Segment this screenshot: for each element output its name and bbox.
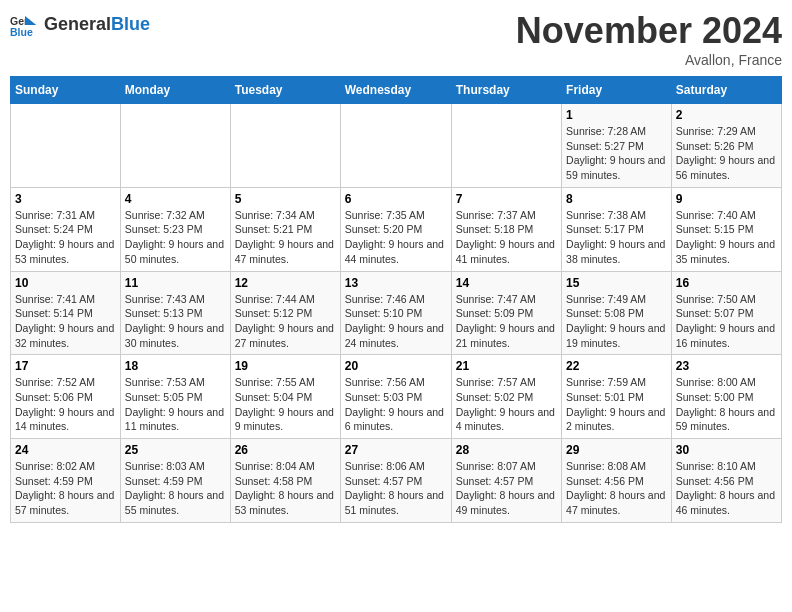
day-number: 28 [456, 443, 557, 457]
calendar-cell: 3Sunrise: 7:31 AMSunset: 5:24 PMDaylight… [11, 187, 121, 271]
day-number: 30 [676, 443, 777, 457]
calendar-cell: 14Sunrise: 7:47 AMSunset: 5:09 PMDayligh… [451, 271, 561, 355]
day-number: 18 [125, 359, 226, 373]
month-title: November 2024 [516, 10, 782, 52]
day-number: 23 [676, 359, 777, 373]
weekday-header: Friday [562, 77, 672, 104]
weekday-header: Tuesday [230, 77, 340, 104]
day-info: Sunrise: 7:29 AMSunset: 5:26 PMDaylight:… [676, 124, 777, 183]
weekday-header: Wednesday [340, 77, 451, 104]
location: Avallon, France [516, 52, 782, 68]
calendar-cell: 28Sunrise: 8:07 AMSunset: 4:57 PMDayligh… [451, 439, 561, 523]
day-number: 29 [566, 443, 667, 457]
day-number: 1 [566, 108, 667, 122]
weekday-header: Monday [120, 77, 230, 104]
day-info: Sunrise: 8:03 AMSunset: 4:59 PMDaylight:… [125, 459, 226, 518]
day-info: Sunrise: 7:44 AMSunset: 5:12 PMDaylight:… [235, 292, 336, 351]
day-info: Sunrise: 7:41 AMSunset: 5:14 PMDaylight:… [15, 292, 116, 351]
calendar-cell: 6Sunrise: 7:35 AMSunset: 5:20 PMDaylight… [340, 187, 451, 271]
day-info: Sunrise: 7:52 AMSunset: 5:06 PMDaylight:… [15, 375, 116, 434]
day-info: Sunrise: 7:32 AMSunset: 5:23 PMDaylight:… [125, 208, 226, 267]
calendar-cell: 2Sunrise: 7:29 AMSunset: 5:26 PMDaylight… [671, 104, 781, 188]
day-info: Sunrise: 7:55 AMSunset: 5:04 PMDaylight:… [235, 375, 336, 434]
day-info: Sunrise: 7:50 AMSunset: 5:07 PMDaylight:… [676, 292, 777, 351]
day-info: Sunrise: 7:56 AMSunset: 5:03 PMDaylight:… [345, 375, 447, 434]
calendar-cell: 11Sunrise: 7:43 AMSunset: 5:13 PMDayligh… [120, 271, 230, 355]
day-info: Sunrise: 7:47 AMSunset: 5:09 PMDaylight:… [456, 292, 557, 351]
day-info: Sunrise: 7:59 AMSunset: 5:01 PMDaylight:… [566, 375, 667, 434]
day-number: 25 [125, 443, 226, 457]
calendar-cell: 29Sunrise: 8:08 AMSunset: 4:56 PMDayligh… [562, 439, 672, 523]
day-number: 15 [566, 276, 667, 290]
day-number: 12 [235, 276, 336, 290]
calendar-cell: 24Sunrise: 8:02 AMSunset: 4:59 PMDayligh… [11, 439, 121, 523]
day-number: 22 [566, 359, 667, 373]
logo-text: GeneralBlue [44, 15, 150, 35]
day-info: Sunrise: 7:57 AMSunset: 5:02 PMDaylight:… [456, 375, 557, 434]
day-number: 8 [566, 192, 667, 206]
calendar-cell: 27Sunrise: 8:06 AMSunset: 4:57 PMDayligh… [340, 439, 451, 523]
day-number: 17 [15, 359, 116, 373]
svg-text:Blue: Blue [10, 26, 33, 38]
day-number: 6 [345, 192, 447, 206]
calendar-week-row: 3Sunrise: 7:31 AMSunset: 5:24 PMDaylight… [11, 187, 782, 271]
calendar-cell: 15Sunrise: 7:49 AMSunset: 5:08 PMDayligh… [562, 271, 672, 355]
day-info: Sunrise: 8:10 AMSunset: 4:56 PMDaylight:… [676, 459, 777, 518]
calendar-table: SundayMondayTuesdayWednesdayThursdayFrid… [10, 76, 782, 523]
calendar-cell: 1Sunrise: 7:28 AMSunset: 5:27 PMDaylight… [562, 104, 672, 188]
day-info: Sunrise: 7:38 AMSunset: 5:17 PMDaylight:… [566, 208, 667, 267]
day-info: Sunrise: 7:28 AMSunset: 5:27 PMDaylight:… [566, 124, 667, 183]
calendar-cell: 8Sunrise: 7:38 AMSunset: 5:17 PMDaylight… [562, 187, 672, 271]
day-number: 26 [235, 443, 336, 457]
calendar-cell: 5Sunrise: 7:34 AMSunset: 5:21 PMDaylight… [230, 187, 340, 271]
calendar-cell: 7Sunrise: 7:37 AMSunset: 5:18 PMDaylight… [451, 187, 561, 271]
day-info: Sunrise: 8:02 AMSunset: 4:59 PMDaylight:… [15, 459, 116, 518]
day-number: 20 [345, 359, 447, 373]
calendar-cell: 19Sunrise: 7:55 AMSunset: 5:04 PMDayligh… [230, 355, 340, 439]
day-number: 3 [15, 192, 116, 206]
logo-icon: Gen Blue [10, 10, 40, 40]
calendar-cell [451, 104, 561, 188]
day-info: Sunrise: 7:40 AMSunset: 5:15 PMDaylight:… [676, 208, 777, 267]
day-number: 2 [676, 108, 777, 122]
logo: Gen Blue GeneralBlue [10, 10, 150, 40]
day-number: 7 [456, 192, 557, 206]
weekday-header: Sunday [11, 77, 121, 104]
day-info: Sunrise: 7:37 AMSunset: 5:18 PMDaylight:… [456, 208, 557, 267]
day-number: 9 [676, 192, 777, 206]
calendar-cell: 17Sunrise: 7:52 AMSunset: 5:06 PMDayligh… [11, 355, 121, 439]
calendar-cell: 21Sunrise: 7:57 AMSunset: 5:02 PMDayligh… [451, 355, 561, 439]
day-info: Sunrise: 7:31 AMSunset: 5:24 PMDaylight:… [15, 208, 116, 267]
day-number: 24 [15, 443, 116, 457]
calendar-week-row: 10Sunrise: 7:41 AMSunset: 5:14 PMDayligh… [11, 271, 782, 355]
calendar-cell: 12Sunrise: 7:44 AMSunset: 5:12 PMDayligh… [230, 271, 340, 355]
weekday-header-row: SundayMondayTuesdayWednesdayThursdayFrid… [11, 77, 782, 104]
calendar-cell: 4Sunrise: 7:32 AMSunset: 5:23 PMDaylight… [120, 187, 230, 271]
day-number: 4 [125, 192, 226, 206]
calendar-cell [340, 104, 451, 188]
weekday-header: Thursday [451, 77, 561, 104]
day-info: Sunrise: 8:06 AMSunset: 4:57 PMDaylight:… [345, 459, 447, 518]
calendar-cell [11, 104, 121, 188]
day-info: Sunrise: 8:04 AMSunset: 4:58 PMDaylight:… [235, 459, 336, 518]
calendar-cell: 22Sunrise: 7:59 AMSunset: 5:01 PMDayligh… [562, 355, 672, 439]
day-number: 21 [456, 359, 557, 373]
day-number: 27 [345, 443, 447, 457]
day-info: Sunrise: 8:08 AMSunset: 4:56 PMDaylight:… [566, 459, 667, 518]
calendar-week-row: 24Sunrise: 8:02 AMSunset: 4:59 PMDayligh… [11, 439, 782, 523]
calendar-week-row: 1Sunrise: 7:28 AMSunset: 5:27 PMDaylight… [11, 104, 782, 188]
calendar-cell: 9Sunrise: 7:40 AMSunset: 5:15 PMDaylight… [671, 187, 781, 271]
calendar-cell: 25Sunrise: 8:03 AMSunset: 4:59 PMDayligh… [120, 439, 230, 523]
day-info: Sunrise: 8:07 AMSunset: 4:57 PMDaylight:… [456, 459, 557, 518]
day-info: Sunrise: 7:35 AMSunset: 5:20 PMDaylight:… [345, 208, 447, 267]
calendar-cell: 18Sunrise: 7:53 AMSunset: 5:05 PMDayligh… [120, 355, 230, 439]
day-number: 11 [125, 276, 226, 290]
day-number: 5 [235, 192, 336, 206]
calendar-cell: 30Sunrise: 8:10 AMSunset: 4:56 PMDayligh… [671, 439, 781, 523]
day-number: 13 [345, 276, 447, 290]
weekday-header: Saturday [671, 77, 781, 104]
svg-marker-1 [25, 16, 36, 25]
day-info: Sunrise: 7:34 AMSunset: 5:21 PMDaylight:… [235, 208, 336, 267]
title-block: November 2024 Avallon, France [516, 10, 782, 68]
day-info: Sunrise: 7:43 AMSunset: 5:13 PMDaylight:… [125, 292, 226, 351]
